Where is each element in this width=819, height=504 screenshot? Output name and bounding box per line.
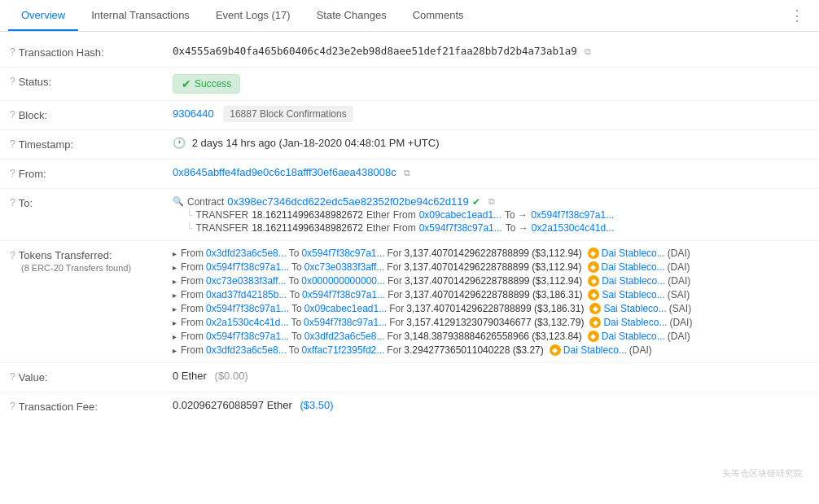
token-symbol-6: (DAI) bbox=[668, 331, 690, 342]
from-address-link[interactable]: 0x8645abffe4fad9e0c6c18afff30ef6aea43800… bbox=[173, 166, 396, 178]
token-name-6[interactable]: Dai Stableco... bbox=[602, 331, 665, 342]
token-from-addr-6[interactable]: 0x594f7f38c97a1... bbox=[206, 331, 289, 342]
block-number-link[interactable]: 9306440 bbox=[173, 107, 214, 120]
help-icon-status[interactable]: ? bbox=[10, 76, 15, 87]
transfer-pipe-1: └ bbox=[186, 209, 193, 221]
token-from-label-1: From bbox=[181, 261, 204, 273]
transfer-from-1[interactable]: 0x09cabec1ead1... bbox=[419, 209, 501, 221]
token-to-addr-4[interactable]: 0x09cabec1ead1... bbox=[304, 303, 387, 314]
help-icon-to[interactable]: ? bbox=[10, 197, 15, 208]
fee-eth: 0.02096276088597 Ether bbox=[173, 399, 292, 411]
token-for-label-4: For bbox=[389, 303, 404, 314]
token-triangle-5: ▸ bbox=[173, 318, 177, 327]
transaction-hash-value: 0x4555a69b40fa465b60406c4d23e2eb98d8aee5… bbox=[173, 45, 809, 57]
token-symbol-3: (SAI) bbox=[668, 289, 690, 300]
token-amount-4: 3,137.407014296228788899 ($3,186.31) bbox=[406, 303, 584, 314]
from-label: ? From: bbox=[10, 166, 173, 180]
help-icon-value[interactable]: ? bbox=[10, 371, 15, 383]
token-for-label-2: For bbox=[388, 275, 402, 287]
token-to-addr-2[interactable]: 0x000000000000... bbox=[301, 275, 385, 287]
copy-from-icon[interactable]: ⧉ bbox=[404, 168, 410, 177]
token-from-addr-7[interactable]: 0x3dfd23a6c5e8... bbox=[206, 344, 287, 356]
to-row: ? To: 🔍 Contract 0x398ec7346dcd622edc5ae… bbox=[0, 189, 819, 241]
help-icon-tokens[interactable]: ? bbox=[10, 250, 15, 261]
block-value: 9306440 16887 Block Confirmations bbox=[173, 107, 809, 120]
token-name-0[interactable]: Dai Stableco... bbox=[602, 248, 665, 259]
status-row: ? Status: ✔ Success bbox=[0, 68, 819, 101]
token-from-addr-5[interactable]: 0x2a1530c4c41d... bbox=[206, 317, 288, 328]
from-value: 0x8645abffe4fad9e0c6c18afff30ef6aea43800… bbox=[173, 166, 809, 178]
to-contract-address-link[interactable]: 0x398ec7346dcd622edc5ae82352f02be94c62d1… bbox=[227, 195, 468, 208]
token-name-5[interactable]: Dai Stableco... bbox=[603, 317, 667, 328]
help-icon-timestamp[interactable]: ? bbox=[10, 138, 15, 150]
transfer-to-2[interactable]: 0x2a1530c4c41d... bbox=[532, 222, 614, 234]
transfer-to-1[interactable]: 0x594f7f38c97a1... bbox=[531, 209, 614, 221]
copy-hash-icon[interactable]: ⧉ bbox=[585, 46, 591, 56]
token-icon-4: ◆ bbox=[589, 303, 601, 314]
contract-search-icon: 🔍 bbox=[173, 196, 184, 207]
token-from-addr-0[interactable]: 0x3dfd23a6c5e8... bbox=[206, 248, 287, 259]
token-from-addr-1[interactable]: 0x594f7f38c97a1... bbox=[206, 261, 289, 273]
transfer-row-1: └ TRANSFER 18.162114996348982672 Ether F… bbox=[173, 209, 809, 221]
token-to-addr-3[interactable]: 0x594f7f38c97a1... bbox=[302, 289, 385, 300]
token-from-addr-3[interactable]: 0xad37fd42185b... bbox=[206, 289, 287, 300]
contract-label-text: Contract bbox=[187, 196, 224, 208]
token-amount-1: 3,137.407014296228788899 ($3,112.94) bbox=[404, 261, 581, 273]
token-symbol-2: (DAI) bbox=[668, 275, 690, 287]
transfer-amount-2: 18.162114996348982672 bbox=[252, 222, 363, 234]
status-dot-icon: ✔ bbox=[182, 77, 191, 90]
token-name-3[interactable]: Sai Stableco... bbox=[602, 289, 664, 300]
token-icon-3: ◆ bbox=[588, 289, 599, 300]
transfer-from-label-1: From bbox=[393, 209, 416, 221]
tab-comments[interactable]: Comments bbox=[400, 1, 477, 31]
help-icon-hash[interactable]: ? bbox=[10, 46, 15, 58]
fee-row: ? Transaction Fee: 0.02096276088597 Ethe… bbox=[0, 392, 819, 422]
token-transfer-row-4: ▸From0x594f7f38c97a1...To0x09cabec1ead1.… bbox=[173, 303, 809, 314]
token-transfer-row-3: ▸From0xad37fd42185b...To0x594f7f38c97a1.… bbox=[173, 289, 809, 300]
token-to-label-7: To bbox=[289, 344, 300, 356]
overview-content: ? Transaction Hash: 0x4555a69b40fa465b60… bbox=[0, 32, 819, 428]
token-icon-6: ◆ bbox=[588, 331, 599, 342]
token-for-label-3: For bbox=[388, 289, 402, 300]
token-name-4[interactable]: Sai Stableco... bbox=[603, 303, 666, 314]
token-for-label-5: For bbox=[389, 317, 404, 328]
token-symbol-4: (SAI) bbox=[669, 303, 691, 314]
token-triangle-4: ▸ bbox=[173, 305, 177, 313]
token-for-label-6: For bbox=[388, 331, 402, 342]
token-name-7[interactable]: Dai Stableco... bbox=[563, 344, 627, 356]
token-icon-1: ◆ bbox=[588, 261, 599, 273]
token-to-addr-0[interactable]: 0x594f7f38c97a1... bbox=[301, 248, 384, 259]
token-to-addr-7[interactable]: 0xffac71f2395fd2... bbox=[301, 344, 384, 356]
token-from-addr-4[interactable]: 0x594f7f38c97a1... bbox=[206, 303, 289, 314]
token-to-addr-5[interactable]: 0x594f7f38c97a1... bbox=[304, 317, 387, 328]
fee-value: 0.02096276088597 Ether ($3.50) bbox=[173, 399, 809, 411]
token-to-label-0: To bbox=[289, 248, 300, 259]
copy-to-icon[interactable]: ⧉ bbox=[488, 196, 495, 207]
tab-state-changes[interactable]: State Changes bbox=[304, 1, 400, 31]
token-to-label-3: To bbox=[289, 289, 300, 300]
tab-bar: Overview Internal Transactions Event Log… bbox=[0, 0, 819, 32]
token-from-label-2: From bbox=[181, 275, 204, 287]
transfer-from-2[interactable]: 0x594f7f38c97a1... bbox=[419, 222, 502, 234]
transfer-pipe-2: └ bbox=[186, 222, 193, 234]
clock-icon: 🕐 bbox=[173, 137, 186, 149]
tab-internal-transactions[interactable]: Internal Transactions bbox=[78, 1, 203, 31]
tab-overview[interactable]: Overview bbox=[8, 1, 78, 31]
token-amount-3: 3,137.407014296228788899 ($3,186.31) bbox=[405, 289, 582, 300]
token-name-1[interactable]: Dai Stableco... bbox=[602, 261, 665, 273]
token-from-addr-2[interactable]: 0xc73e0383f3aff... bbox=[206, 275, 287, 287]
help-icon-fee[interactable]: ? bbox=[10, 401, 15, 412]
more-options-icon[interactable]: ⋮ bbox=[783, 0, 811, 31]
to-contract-row: 🔍 Contract 0x398ec7346dcd622edc5ae82352f… bbox=[173, 195, 809, 208]
tab-event-logs[interactable]: Event Logs (17) bbox=[203, 1, 304, 31]
value-value: 0 Ether ($0.00) bbox=[173, 370, 809, 382]
token-name-2[interactable]: Dai Stableco... bbox=[602, 275, 665, 287]
token-to-addr-6[interactable]: 0x3dfd23a6c5e8... bbox=[304, 331, 385, 342]
token-icon-5: ◆ bbox=[589, 317, 601, 328]
token-to-addr-1[interactable]: 0xc73e0383f3aff... bbox=[304, 261, 385, 273]
help-icon-block[interactable]: ? bbox=[10, 109, 15, 121]
token-for-label-1: For bbox=[387, 261, 401, 273]
value-label: ? Value: bbox=[10, 370, 173, 383]
help-icon-from[interactable]: ? bbox=[10, 168, 15, 179]
token-triangle-2: ▸ bbox=[173, 277, 177, 286]
